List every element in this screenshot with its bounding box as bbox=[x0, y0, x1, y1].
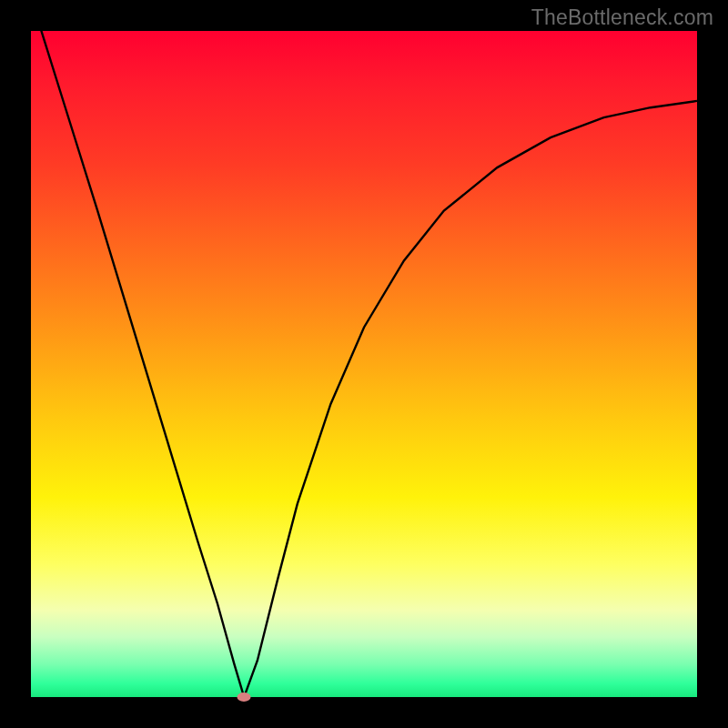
watermark-label: TheBottleneck.com bbox=[531, 5, 713, 30]
plot-area bbox=[31, 31, 697, 697]
chart-frame: TheBottleneck.com bbox=[0, 0, 728, 728]
bottleneck-curve bbox=[31, 31, 697, 697]
curve-path bbox=[31, 31, 697, 697]
minimum-marker-icon bbox=[238, 693, 251, 702]
